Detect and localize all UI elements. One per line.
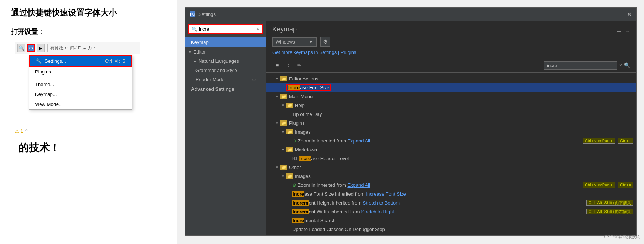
markdown-folder-icon: 📁 <box>286 147 293 152</box>
main-menu-label: Main Menu <box>289 94 633 99</box>
other-images-arrow: ▼ <box>281 174 286 178</box>
keymap-forward-button[interactable]: → <box>624 28 630 35</box>
increase-font-label: Increase Font Size <box>286 85 633 90</box>
settings-search-box[interactable]: 🔍 incre ✕ <box>188 24 263 34</box>
csdn-watermark: CSDN @马尔默约 <box>604 234 640 240</box>
sidebar-item-advanced-settings[interactable]: Advanced Settings <box>185 84 266 94</box>
increment-height-shortcut: Ctrl+Alt+Shift+向下箭头 <box>577 200 633 206</box>
tree-row-other[interactable]: ▼ 📁 Other <box>266 163 636 172</box>
tree-row-zoom-in-plugins[interactable]: ⊕ Zoom In inherited from Expand All Ctrl… <box>266 136 636 145</box>
sidebar-search-text: incre <box>199 26 255 32</box>
markdown-arrow: ▼ <box>281 148 286 152</box>
increase-font-highlight-box: Increase Font Size <box>286 84 331 91</box>
toolbar-label2: ω 归// F <box>65 45 81 51</box>
settings-menu-item[interactable]: 🔧 Settings... Ctrl+Alt+S <box>29 55 132 67</box>
keymap-toolbar-sort-btn[interactable]: ≑ <box>283 61 293 70</box>
keymap-gear-button[interactable]: ⚙ <box>320 37 330 47</box>
tree-row-increment-width[interactable]: Increment Width inherited from Stretch t… <box>266 207 636 216</box>
plugins-folder-icon: 📁 <box>280 120 287 126</box>
keymap-search-input[interactable] <box>544 61 617 70</box>
tree-row-tip-of-day[interactable]: Tip of the Day <box>266 110 636 118</box>
context-menu: 🔧 Settings... Ctrl+Alt+S Plugins... Them… <box>25 55 166 110</box>
settings-search-row: 🔍 incre ✕ <box>185 21 266 37</box>
editor-actions-folder-icon: 📁 <box>280 76 287 81</box>
keymap-title: Keymap <box>272 25 297 33</box>
zoom-in-other-shortcut: Ctrl+NumPad + Ctrl+= <box>574 182 633 188</box>
keymap-search-clear[interactable]: ✕ <box>619 63 623 68</box>
increase-header-label: Increase Header Level <box>299 156 633 161</box>
keymap-back-button[interactable]: ← <box>616 28 622 35</box>
open-settings-label: 打开设置： <box>11 27 166 36</box>
toolbar-label3: ☁ 力： <box>82 45 96 51</box>
search-toolbar-icon[interactable]: 🔍 <box>17 44 25 52</box>
tree-row-markdown[interactable]: ▼ 📁 Markdown <box>266 145 636 154</box>
settings-titlebar: PC Settings ✕ <box>185 8 636 21</box>
settings-title: Settings <box>198 11 216 17</box>
update-classes-label: Update Loaded Classes On Debugger Stop <box>292 227 633 232</box>
reader-mode-badge: ▭ <box>252 77 256 82</box>
increment-height-label: Increment Height inherited from Stretch … <box>292 200 577 206</box>
other-label: Other <box>289 165 633 170</box>
tree-row-increase-header[interactable]: H1 Increase Header Level <box>266 154 636 163</box>
tree-row-zoom-in-other[interactable]: ⊕ Zoom In inherited from Expand All Ctrl… <box>266 181 636 189</box>
theme-menu-item[interactable]: Theme... <box>29 79 132 89</box>
sidebar-item-keymap[interactable]: Keymap <box>185 37 266 47</box>
plugins-arrow: ▼ <box>275 121 280 125</box>
editor-actions-arrow: ▼ <box>275 77 280 81</box>
settings-wrapper: PC Settings ✕ 🔍 incre ✕ <box>177 0 644 244</box>
context-menu-popup: 🔧 Settings... Ctrl+Alt+S Plugins... Them… <box>29 55 132 110</box>
tree-row-incremental-search[interactable]: Incremental Search <box>266 216 636 225</box>
keymap-toolbar-edit-btn[interactable]: ✏ <box>294 61 304 70</box>
zoom-in-other-label: Zoom In inherited from Expand All <box>298 182 574 188</box>
keymap-toolbar-list-btn[interactable]: ≡ <box>272 61 282 70</box>
main-menu-folder-icon: 📁 <box>280 94 287 99</box>
sidebar-section-natural-languages[interactable]: ▼Natural Languages <box>185 56 266 66</box>
settings-nav: Keymap ▼Editor ▼Natural Languages Gramma… <box>185 37 266 235</box>
help-folder-icon: 📁 <box>286 103 293 108</box>
increment-width-label: Increment Width inherited from Stretch t… <box>292 209 577 214</box>
sidebar-item-grammar[interactable]: Grammar and Style <box>185 66 266 75</box>
tree-row-main-menu[interactable]: ▼ 📁 Main Menu <box>266 92 636 101</box>
keymap-plugins-link[interactable]: Get more keymaps in Settings | Plugins <box>272 49 356 55</box>
keymap-tree: ▼ 📁 Editor Actions Increase Font Size <box>266 73 636 235</box>
viewmode-menu-item[interactable]: View Mode... <box>29 99 132 109</box>
theme-label: Theme... <box>35 82 54 87</box>
tree-row-update-loaded-classes[interactable]: Update Loaded Classes On Debugger Stop <box>266 225 636 234</box>
gear-toolbar-icon[interactable]: ⚙ <box>27 44 35 52</box>
tree-row-help[interactable]: ▼ 📁 Help <box>266 101 636 110</box>
settings-close-button[interactable]: ✕ <box>627 11 632 18</box>
editor-actions-label: Editor Actions <box>289 76 633 82</box>
plugins-menu-item[interactable]: Plugins... <box>29 67 132 77</box>
h1-label: H1 <box>292 156 297 161</box>
tree-row-other-images[interactable]: ▼ 📁 Images <box>266 172 636 181</box>
help-label: Help <box>295 103 633 108</box>
natural-arrow: ▼ <box>193 59 197 63</box>
settings-main: Keymap ← → Windows ▼ ⚙ Get more keyma <box>266 21 636 235</box>
keymap-toolbar: ≡ ≑ ✏ ✕ 🔍 <box>266 58 636 73</box>
warning-arrow: ^ <box>25 128 28 134</box>
tree-row-increment-height[interactable]: Increment Height inherited from Stretch … <box>266 198 636 207</box>
viewmode-label: View Mode... <box>35 102 63 107</box>
run-toolbar-icon[interactable]: ▶ <box>37 44 45 52</box>
tree-row-plugins-images[interactable]: ▼ 📁 Images <box>266 127 636 136</box>
keymap-controls: Windows ▼ ⚙ <box>272 37 630 47</box>
toolbar-separator <box>47 44 48 52</box>
increase-font-other-label: Increase Font Size inherited from Increa… <box>292 191 633 197</box>
settings-body: 🔍 incre ✕ Keymap ▼Editor ▼Natural Langua… <box>185 21 636 235</box>
tree-row-increase-font-size[interactable]: Increase Font Size <box>266 83 636 92</box>
sidebar-search-clear[interactable]: ✕ <box>256 27 259 31</box>
menu-separator <box>29 78 132 78</box>
settings-icon: 🔧 <box>36 58 42 64</box>
tree-row-plugins[interactable]: ▼ 📁 Plugins <box>266 118 636 127</box>
plugins-label: Plugins... <box>35 69 55 75</box>
tree-row-editor-actions[interactable]: ▼ 📁 Editor Actions <box>266 74 636 83</box>
settings-title-left: PC Settings <box>190 11 216 17</box>
tree-row-increase-font-size-other[interactable]: Increase Font Size inherited from Increa… <box>266 189 636 198</box>
sidebar-item-reader-mode[interactable]: Reader Mode ▭ <box>185 75 266 84</box>
settings-pc-icon: PC <box>190 11 195 17</box>
keymap-os-dropdown[interactable]: Windows ▼ <box>272 37 317 47</box>
other-images-label: Images <box>295 173 633 179</box>
sidebar-section-editor[interactable]: ▼Editor <box>185 47 266 56</box>
article-area: 通过快捷键快速设置字体大小 打开设置： 🔍 ⚙ ▶ 有修改 ω 归// F ☁ … <box>0 0 177 244</box>
keymap-menu-item[interactable]: Keymap... <box>29 89 132 99</box>
